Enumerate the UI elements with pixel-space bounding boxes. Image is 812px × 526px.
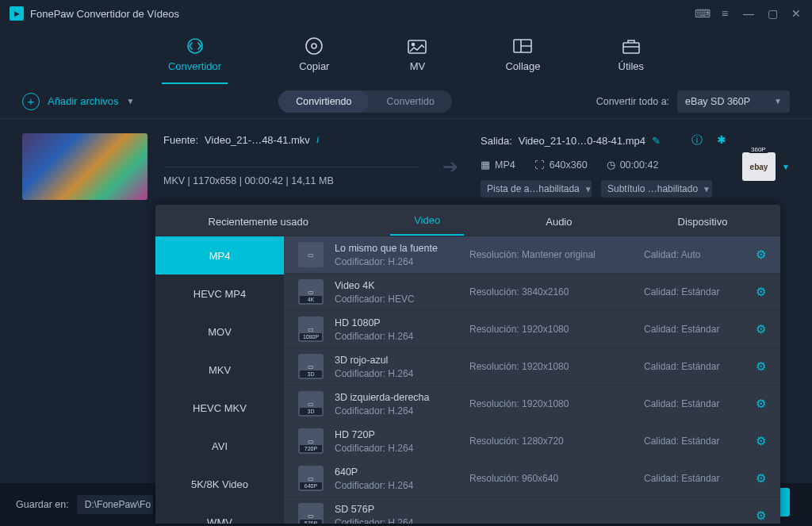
pill-converting[interactable]: Convirtiendo [278, 90, 369, 113]
collage-icon [512, 36, 533, 56]
out-duration: ◷ 00:00:42 [607, 159, 659, 171]
info-icon[interactable]: i [316, 133, 320, 146]
tab-audio[interactable]: Audio [522, 216, 596, 236]
preset-value: eBay SD 360P [685, 96, 750, 107]
out-format: ▦ MP4 [481, 159, 515, 171]
preset-row[interactable]: ▭4KVideo 4KCodificador: HEVCResolución: … [284, 274, 780, 311]
nav-convertidor[interactable]: Convertidor [162, 33, 228, 84]
svg-point-4 [412, 44, 415, 46]
gear-icon[interactable]: ⚙ [756, 471, 766, 486]
video-thumbnail[interactable] [22, 133, 147, 200]
subtitle-select[interactable]: Subtítulo …habilitado ▼ [601, 180, 712, 198]
compress-icon[interactable]: ✱ [717, 133, 726, 148]
main-nav: Convertidor Copiar MV Collage Útiles [0, 27, 812, 84]
format-item[interactable]: MOV [155, 313, 284, 351]
format-item[interactable]: HEVC MP4 [155, 275, 284, 313]
format-item[interactable]: MP4 [155, 236, 284, 275]
file-item: Fuente:Video_21-…48-41.mkv i MKV | 1170x… [0, 119, 812, 200]
preset-row[interactable]: ▭3D3D rojo-azulCodificador: H.264Resoluc… [284, 348, 780, 386]
preset-row[interactable]: ▭3D3D izquierda-derechaCodificador: H.26… [284, 386, 780, 423]
output-name: Video_21-10…0-48-41.mp4 [519, 135, 645, 147]
source-label: Fuente: [163, 134, 198, 146]
format-item[interactable]: HEVC MKV [155, 389, 284, 427]
gear-icon[interactable]: ⚙ [756, 509, 766, 523]
chevron-down-icon: ▼ [127, 97, 135, 106]
preset-icon: ▭720P [298, 428, 324, 454]
preset-icon: ▭4K [298, 279, 324, 305]
preset-icon: ▭3D [298, 391, 324, 417]
gear-icon[interactable]: ⚙ [756, 397, 766, 411]
preset-icon: ▭3D [298, 354, 324, 379]
gear-icon[interactable]: ⚙ [756, 434, 766, 448]
preset-row[interactable]: ▭Lo mismo que la fuenteCodificador: H.26… [284, 236, 780, 274]
chevron-down-icon: ▼ [774, 97, 782, 106]
nav-label: Collage [505, 60, 540, 72]
format-sidebar: MP4HEVC MP4MOVMKVHEVC MKVAVI5K/8K VideoW… [155, 236, 284, 524]
preset-row[interactable]: ▭720PHD 720PCodificador: H.264Resolución… [284, 423, 780, 460]
source-specs: MKV | 1170x658 | 00:00:42 | 14,11 MB [163, 167, 420, 186]
preset-row[interactable]: ▭576PSD 576PCodificador: H.264⚙ [284, 497, 780, 524]
preset-icon: ▭640P [298, 466, 324, 491]
format-item[interactable]: WMV [155, 503, 284, 524]
app-title: FonePaw Convertidor de Vídeos [30, 8, 695, 20]
nav-label: Útiles [619, 60, 645, 72]
plus-icon: + [22, 93, 40, 110]
close-icon[interactable]: ✕ [790, 7, 802, 20]
svg-point-2 [312, 44, 316, 48]
toolbox-icon [621, 36, 642, 56]
gear-icon[interactable]: ⚙ [756, 322, 766, 336]
add-files-button[interactable]: + Añadir archivos ▼ [22, 93, 135, 110]
convert-all-label: Convertir todo a: [596, 96, 669, 107]
tab-device[interactable]: Dispositivo [654, 216, 752, 236]
format-item[interactable]: AVI [155, 427, 284, 465]
global-preset-select[interactable]: eBay SD 360P ▼ [677, 90, 790, 113]
preset-row[interactable]: ▭640P640PCodificador: H.264Resolución: 9… [284, 460, 780, 497]
nav-copiar[interactable]: Copiar [293, 33, 335, 84]
nav-utiles[interactable]: Útiles [612, 33, 651, 84]
feedback-icon[interactable]: ⌨ [695, 7, 707, 20]
preset-popup: Recientemente usado Video Audio Disposit… [155, 205, 780, 524]
titlebar: FonePaw Convertidor de Vídeos ⌨ ≡ — ▢ ✕ [0, 0, 812, 27]
app-logo-icon [10, 6, 24, 21]
svg-point-1 [306, 38, 322, 54]
preset-row[interactable]: ▭1080PHD 1080PCodificador: H.264Resoluci… [284, 311, 780, 348]
gear-icon[interactable]: ⚙ [756, 359, 766, 374]
nav-label: MV [410, 60, 426, 72]
nav-label: Copiar [299, 60, 329, 72]
status-toggle: Convirtiendo Convertido [278, 90, 452, 113]
tab-recent[interactable]: Recientemente usado [185, 216, 332, 236]
mv-icon [407, 36, 427, 56]
tab-video[interactable]: Video [390, 214, 464, 236]
output-label: Salida: [481, 135, 512, 147]
chevron-down-icon: ▼ [782, 163, 790, 171]
nav-mv[interactable]: MV [400, 33, 434, 84]
subbar: + Añadir archivos ▼ Convirtiendo Convert… [0, 84, 812, 119]
gear-icon[interactable]: ⚙ [756, 285, 766, 299]
gear-icon[interactable]: ⚙ [756, 248, 766, 262]
output-preset-button[interactable]: 360P ebay ▼ [742, 133, 790, 200]
minimize-icon[interactable]: — [742, 7, 755, 20]
source-name: Video_21-…48-41.mkv [205, 134, 310, 146]
preset-icon: ▭ [298, 242, 324, 267]
info-circle-icon[interactable]: ⓘ [691, 133, 703, 148]
preset-icon: ▭1080P [298, 317, 324, 342]
convert-icon [185, 36, 205, 56]
out-res: ⛶ 640x360 [534, 159, 588, 171]
format-item[interactable]: 5K/8K Video [155, 465, 284, 503]
arrow-icon: ➔ [436, 133, 465, 200]
maximize-icon[interactable]: ▢ [766, 7, 779, 20]
nav-label: Convertidor [168, 60, 221, 72]
save-label: Guardar en: [16, 499, 69, 510]
add-files-label: Añadir archivos [48, 95, 119, 107]
format-item[interactable]: MKV [155, 351, 284, 389]
preset-list: ▭Lo mismo que la fuenteCodificador: H.26… [284, 236, 780, 524]
svg-rect-6 [623, 43, 639, 53]
disc-icon [304, 36, 324, 56]
pill-converted[interactable]: Convertido [369, 90, 451, 113]
nav-collage[interactable]: Collage [499, 33, 546, 84]
save-path-field[interactable]: D:\FonePaw\Fo [77, 495, 153, 514]
edit-icon[interactable]: ✎ [652, 135, 661, 147]
menu-icon[interactable]: ≡ [718, 7, 731, 20]
preset-icon: ▭576P [298, 503, 324, 524]
audio-track-select[interactable]: Pista de a…habilitada ▼ [481, 180, 592, 198]
